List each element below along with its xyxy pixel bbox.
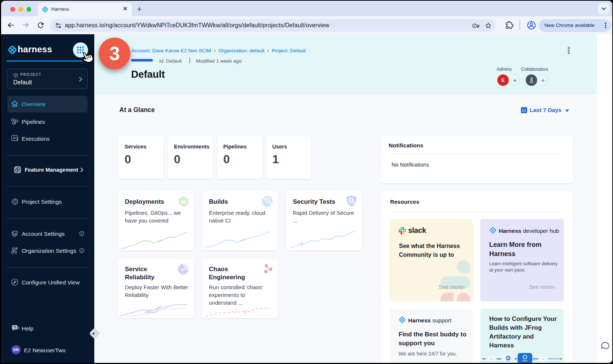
svg-text:?: ? bbox=[14, 326, 16, 329]
svg-text:∞: ∞ bbox=[180, 196, 186, 206]
